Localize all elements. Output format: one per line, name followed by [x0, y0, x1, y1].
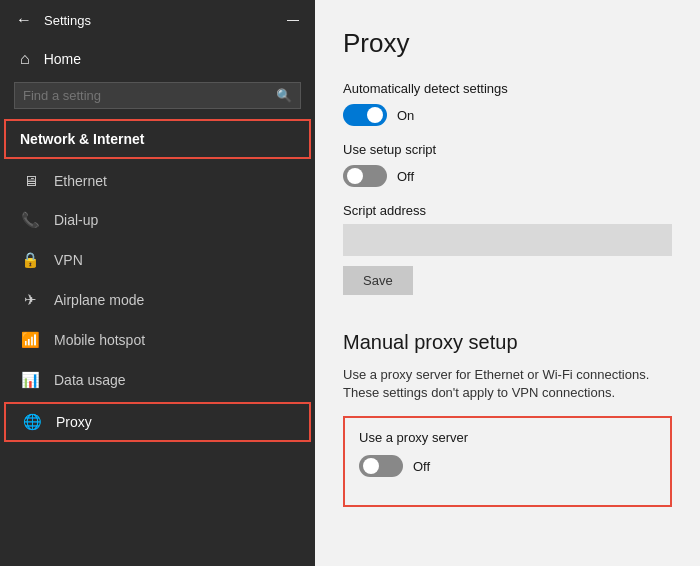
toggle-thumb: [367, 107, 383, 123]
sidebar-item-home[interactable]: ⌂ Home: [0, 40, 315, 78]
sidebar-item-proxy[interactable]: 🌐 Proxy: [4, 402, 311, 442]
sidebar-item-ethernet[interactable]: 🖥 Ethernet: [0, 161, 315, 200]
use-proxy-label: Use a proxy server: [359, 430, 656, 445]
search-icon: 🔍: [276, 88, 292, 103]
script-address-label: Script address: [343, 203, 672, 218]
sidebar-item-hotspot[interactable]: 📶 Mobile hotspot: [0, 320, 315, 360]
proxy-icon: 🌐: [22, 413, 42, 431]
setup-script-label: Use setup script: [343, 142, 672, 157]
toggle-thumb: [363, 458, 379, 474]
script-address-setting: Script address Save: [343, 203, 672, 317]
sidebar-item-vpn[interactable]: 🔒 VPN: [0, 240, 315, 280]
sidebar-item-label: Dial-up: [54, 212, 98, 228]
minimize-button[interactable]: —: [287, 13, 299, 27]
save-button[interactable]: Save: [343, 266, 413, 295]
auto-detect-setting: Automatically detect settings On: [343, 81, 672, 126]
back-button[interactable]: ←: [16, 11, 32, 29]
setup-script-toggle-row: Off: [343, 165, 672, 187]
main-content: Proxy Automatically detect settings On U…: [315, 0, 700, 566]
vpn-icon: 🔒: [20, 251, 40, 269]
search-input[interactable]: [23, 88, 276, 103]
auto-detect-toggle-row: On: [343, 104, 672, 126]
sidebar-item-label: Mobile hotspot: [54, 332, 145, 348]
script-address-input[interactable]: [343, 224, 672, 256]
home-label: Home: [44, 51, 81, 67]
sidebar-item-label: Proxy: [56, 414, 92, 430]
sidebar-item-airplane[interactable]: ✈ Airplane mode: [0, 280, 315, 320]
setup-script-setting: Use setup script Off: [343, 142, 672, 187]
airplane-icon: ✈: [20, 291, 40, 309]
auto-detect-state: On: [397, 108, 414, 123]
sidebar-item-dialup[interactable]: 📞 Dial-up: [0, 200, 315, 240]
sidebar-item-label: Airplane mode: [54, 292, 144, 308]
manual-section-title: Manual proxy setup: [343, 331, 672, 354]
toggle-thumb: [347, 168, 363, 184]
use-proxy-toggle[interactable]: [359, 455, 403, 477]
sidebar-item-label: Ethernet: [54, 173, 107, 189]
dialup-icon: 📞: [20, 211, 40, 229]
datausage-icon: 📊: [20, 371, 40, 389]
search-box: 🔍: [14, 82, 301, 109]
use-proxy-toggle-row: Off: [359, 455, 656, 477]
use-proxy-server-box: Use a proxy server Off: [343, 416, 672, 507]
page-title: Proxy: [343, 28, 672, 59]
sidebar-item-network-internet[interactable]: Network & Internet: [4, 119, 311, 159]
home-icon: ⌂: [20, 50, 30, 68]
app-title: Settings: [44, 13, 91, 28]
sidebar-item-label: VPN: [54, 252, 83, 268]
titlebar: ← Settings —: [0, 0, 315, 40]
sidebar: ← Settings — ⌂ Home 🔍 Network & Internet…: [0, 0, 315, 566]
auto-detect-toggle[interactable]: [343, 104, 387, 126]
sidebar-item-datausage[interactable]: 📊 Data usage: [0, 360, 315, 400]
auto-detect-label: Automatically detect settings: [343, 81, 672, 96]
hotspot-icon: 📶: [20, 331, 40, 349]
manual-description: Use a proxy server for Ethernet or Wi-Fi…: [343, 366, 672, 402]
setup-script-toggle[interactable]: [343, 165, 387, 187]
setup-script-state: Off: [397, 169, 414, 184]
sidebar-item-label: Data usage: [54, 372, 126, 388]
use-proxy-state: Off: [413, 459, 430, 474]
ethernet-icon: 🖥: [20, 172, 40, 189]
